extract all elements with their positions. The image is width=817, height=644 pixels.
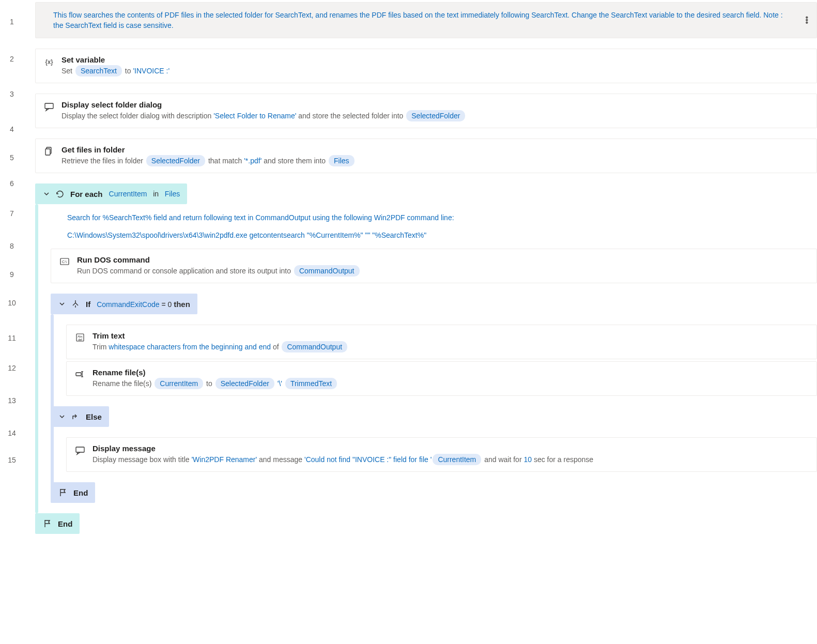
block-title: End — [73, 488, 88, 497]
block-rail — [35, 204, 38, 513]
step-title: Display select folder dialog — [61, 100, 808, 109]
variable-pill: CommandOutput — [294, 265, 360, 277]
block-title: If — [86, 300, 90, 309]
select-folder-step[interactable]: Display select folder dialog Display the… — [35, 94, 817, 128]
else-icon — [70, 411, 81, 422]
line-number: 1 — [0, 2, 24, 41]
comment-text: This flow searches the contents of PDF f… — [53, 10, 791, 30]
variable-link: CommandExitCode — [97, 300, 159, 309]
step-title: Rename file(s) — [93, 368, 808, 377]
step-desc: Run DOS command or console application a… — [77, 265, 808, 277]
chevron-down-icon[interactable] — [42, 190, 51, 198]
svg-text:{x}: {x} — [45, 58, 53, 66]
variable-pill: Files — [329, 155, 354, 166]
line-number: 2 — [0, 41, 24, 76]
more-icon[interactable]: ••• — [805, 17, 808, 24]
variable-pill: SelectedFolder — [215, 378, 274, 389]
step-title: Set variable — [61, 55, 808, 64]
variable-link: CurrentItem — [109, 190, 147, 198]
line-number: 7 — [0, 198, 24, 228]
variable-pill: CommandOutput — [282, 341, 347, 352]
end-if-block[interactable]: End — [51, 482, 95, 503]
message-icon — [75, 445, 85, 455]
chevron-down-icon[interactable] — [58, 412, 66, 421]
end-foreach-block[interactable]: End — [35, 513, 80, 534]
variable-pill: CurrentItem — [433, 454, 481, 465]
line-number: 13 — [0, 380, 24, 421]
line-number-gutter: 1 2 3 4 5 6 7 8 9 10 11 12 13 14 15 — [0, 0, 24, 534]
step-desc: Retrieve the files in folder SelectedFol… — [61, 155, 808, 166]
comment-step[interactable]: This flow searches the contents of PDF f… — [35, 2, 817, 38]
foreach-header[interactable]: For each CurrentItem in Files — [35, 183, 187, 204]
variable-pill: CurrentItem — [155, 378, 203, 389]
if-header[interactable]: If CommandExitCode = 0 then — [51, 294, 197, 314]
step-title: Trim text — [93, 331, 808, 340]
rename-icon — [75, 369, 85, 379]
block-title: For each — [70, 190, 103, 198]
flag-icon — [42, 518, 53, 529]
loop-icon — [55, 189, 65, 199]
flow-canvas: This flow searches the contents of PDF f… — [24, 0, 817, 534]
line-number: 8 — [0, 228, 24, 264]
variable-pill: TrimmedText — [285, 378, 337, 389]
svg-rect-9 — [76, 373, 81, 376]
line-number: 6 — [0, 168, 24, 198]
line-number: 4 — [0, 112, 24, 147]
block-title: End — [58, 519, 72, 528]
inner-comment[interactable]: C:\Windows\System32\spool\drivers\x64\3\… — [35, 231, 817, 249]
get-files-step[interactable]: Get files in folder Retrieve the files i… — [35, 139, 817, 173]
line-number: 14 — [0, 421, 24, 446]
trim-text-step[interactable]: Abcdef Trim text Trim whitespace charact… — [66, 325, 817, 359]
step-title: Display message — [93, 444, 808, 453]
line-number: 15 — [0, 446, 24, 474]
variable-icon: {x} — [44, 56, 54, 67]
inner-comment[interactable]: Search for %SearchText% field and return… — [35, 204, 817, 231]
line-number: 10 — [0, 285, 24, 320]
variable-pill: SearchText — [75, 65, 122, 76]
variable-pill: SelectedFolder — [146, 155, 205, 166]
svg-rect-1 — [45, 103, 53, 109]
variable-link: Files — [165, 190, 180, 198]
dialog-icon — [44, 101, 54, 112]
step-desc: Display the select folder dialog with de… — [61, 110, 808, 121]
line-number: 9 — [0, 264, 24, 285]
variable-pill: SelectedFolder — [406, 110, 465, 121]
step-desc: Rename the file(s) CurrentItem to Select… — [93, 378, 808, 389]
chevron-down-icon[interactable] — [58, 300, 66, 308]
svg-rect-3 — [45, 149, 50, 155]
step-desc: Trim whitespace characters from the begi… — [93, 341, 808, 352]
block-title: Else — [86, 412, 102, 421]
block-rail — [51, 314, 54, 503]
line-number: 3 — [0, 76, 24, 112]
files-icon — [44, 146, 54, 157]
line-number: 12 — [0, 356, 24, 380]
text-icon: Abcdef — [75, 332, 85, 343]
svg-rect-10 — [76, 447, 84, 452]
svg-text:def: def — [78, 338, 82, 341]
step-desc: Set SearchText to 'INVOICE :' — [61, 65, 808, 76]
display-message-step[interactable]: Display message Display message box with… — [66, 437, 817, 472]
set-variable-step[interactable]: {x} Set variable Set SearchText to 'INVO… — [35, 49, 817, 83]
step-title: Get files in folder — [61, 145, 808, 154]
terminal-icon: C:\ — [59, 256, 70, 267]
line-number: 11 — [0, 320, 24, 356]
rename-files-step[interactable]: Rename file(s) Rename the file(s) Curren… — [66, 361, 817, 396]
step-title: Run DOS command — [77, 255, 808, 264]
branch-icon — [70, 299, 81, 309]
flag-icon — [58, 487, 68, 498]
else-header[interactable]: Else — [51, 406, 109, 427]
svg-text:C:\: C:\ — [62, 260, 67, 264]
line-number: 5 — [0, 147, 24, 168]
run-dos-step[interactable]: C:\ Run DOS command Run DOS command or c… — [51, 249, 817, 283]
step-desc: Display message box with title 'Win2PDF … — [93, 454, 808, 465]
